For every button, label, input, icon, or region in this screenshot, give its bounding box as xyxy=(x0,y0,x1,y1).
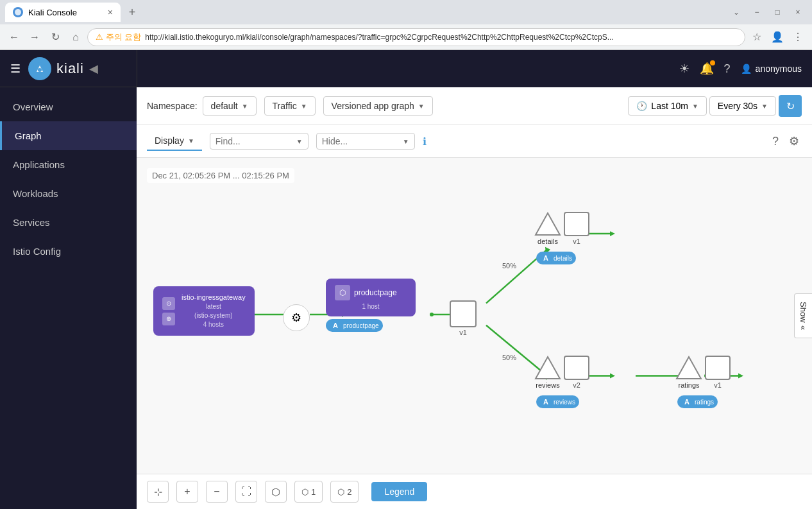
home-btn[interactable]: ⌂ xyxy=(67,28,85,46)
namespace-value: default xyxy=(211,101,238,111)
details-badge-label: details xyxy=(554,255,572,262)
svg-marker-26 xyxy=(738,374,743,379)
sidebar: ☰ kiali ◀ Overview Graph xyxy=(0,50,137,509)
graph-type-selector: Versioned app graph ▼ xyxy=(323,96,433,116)
details-node[interactable]: details v1 xyxy=(534,212,589,245)
productpage-v1-node[interactable]: v1 xyxy=(450,300,477,336)
back-btn[interactable]: ← xyxy=(5,28,23,46)
display-dropdown[interactable]: Display ▼ xyxy=(147,132,202,151)
menu-icon[interactable]: ⋮ xyxy=(789,28,807,46)
chevron-down-icon: ▼ xyxy=(242,103,248,110)
kiali-icon xyxy=(28,57,51,80)
sidebar-item-overview[interactable]: Overview xyxy=(0,92,137,121)
sidebar-item-applications[interactable]: Applications xyxy=(0,150,137,179)
fit-graph-btn[interactable]: ⊹ xyxy=(147,481,169,503)
reviews-app-badge: A reviews xyxy=(536,395,579,408)
svg-marker-21 xyxy=(610,374,615,379)
layout-1-label: 1 xyxy=(311,487,316,497)
hide-input-group: ▼ xyxy=(316,133,415,150)
traffic-selector: Traffic ▼ xyxy=(264,96,316,116)
tab-favicon xyxy=(13,7,23,17)
graph-layout-icon: ⬡ xyxy=(271,486,280,498)
maximize-btn[interactable]: □ xyxy=(768,3,786,21)
reviews-triangle-icon xyxy=(534,356,561,380)
svg-marker-28 xyxy=(536,357,560,379)
find-dropdown-icon[interactable]: ▼ xyxy=(296,138,303,145)
hide-input[interactable] xyxy=(322,136,399,146)
gateway-link-icon: ⊕ xyxy=(162,313,175,325)
gear-node[interactable]: ⚙ xyxy=(283,304,310,331)
reviews-badge-label: reviews xyxy=(554,399,575,406)
graph-type-dropdown[interactable]: Versioned app graph ▼ xyxy=(323,96,433,116)
svg-text:50%: 50% xyxy=(502,262,516,270)
svg-point-2 xyxy=(38,68,42,72)
legend-button[interactable]: Legend xyxy=(371,482,427,501)
hide-dropdown-icon[interactable]: ▼ xyxy=(403,138,409,145)
zoom-in-btn[interactable]: + xyxy=(176,481,198,503)
theme-toggle-icon[interactable]: ☀ xyxy=(679,62,689,76)
layout-2-btn[interactable]: ⬡ 2 xyxy=(330,481,359,503)
time-range-dropdown[interactable]: 🕐 Last 10m ▼ xyxy=(628,96,707,116)
hamburger-menu[interactable]: ☰ xyxy=(10,62,21,76)
sidebar-item-services[interactable]: Services xyxy=(0,208,137,237)
username-label: anonymous xyxy=(756,64,802,74)
sidebar-item-workloads[interactable]: Workloads xyxy=(0,179,137,208)
gateway-title: istio-ingressgateway xyxy=(182,293,246,302)
svg-point-0 xyxy=(15,9,21,15)
browser-tab[interactable]: Kiali Console × xyxy=(5,3,121,22)
sidebar-item-istio-config[interactable]: Istio Config xyxy=(0,237,137,266)
details-v1-box xyxy=(564,212,589,236)
profile-icon[interactable]: 👤 xyxy=(768,28,786,46)
help-graph-btn[interactable]: ? xyxy=(770,132,781,151)
main-toolbar: Namespace: default ▼ Traffic ▼ Versioned… xyxy=(137,87,812,125)
nav-actions: ☆ 👤 ⋮ xyxy=(748,28,807,46)
display-label: Display xyxy=(155,135,184,146)
graph-timestamp: Dec 21, 02:05:26 PM ... 02:15:26 PM xyxy=(147,168,294,183)
close-window-btn[interactable]: × xyxy=(789,3,807,21)
zoom-out-btn[interactable]: − xyxy=(206,481,228,503)
productpage-node[interactable]: ⬡ productpage 1 host A productpage xyxy=(326,279,416,332)
help-icon[interactable]: ? xyxy=(724,62,731,76)
refresh-button[interactable]: ↻ xyxy=(779,95,802,117)
show-panel[interactable]: Show « xyxy=(794,293,812,338)
notification-bell-icon[interactable]: 🔔 xyxy=(700,62,714,76)
namespace-dropdown[interactable]: default ▼ xyxy=(203,96,257,116)
address-bar[interactable]: ⚠ 주의 요함 http://kiali.istio.thekoguryo.ml… xyxy=(87,28,745,46)
user-menu[interactable]: 👤 anonymous xyxy=(741,64,802,74)
find-input-group: ▼ xyxy=(210,133,309,150)
sidebar-item-graph[interactable]: Graph xyxy=(0,121,137,150)
details-app-badge: A details xyxy=(536,252,576,264)
productpage-header: ⬡ productpage xyxy=(335,285,407,300)
sidebar-item-label: Applications xyxy=(13,159,65,170)
forward-btn[interactable]: → xyxy=(26,28,44,46)
details-label: details xyxy=(537,237,558,245)
graph-settings-btn[interactable]: ⚙ xyxy=(786,132,802,151)
info-icon[interactable]: ℹ xyxy=(423,135,427,148)
sidebar-item-label: Workloads xyxy=(13,188,58,199)
sidebar-item-label: Graph xyxy=(15,130,42,141)
productpage-box: ⬡ productpage 1 host xyxy=(326,279,416,316)
tab-more-btn[interactable]: ⌄ xyxy=(727,3,745,21)
new-tab-btn[interactable]: + xyxy=(123,3,141,21)
reload-btn[interactable]: ↻ xyxy=(46,28,64,46)
expand-graph-btn[interactable]: ⛶ xyxy=(235,481,257,503)
sidebar-toggle-icon[interactable]: ◀ xyxy=(89,62,98,76)
chevron-down-icon: ▼ xyxy=(418,103,425,110)
find-input[interactable] xyxy=(216,136,292,146)
ratings-badge-label: ratings xyxy=(695,399,714,406)
tab-close-btn[interactable]: × xyxy=(108,7,113,17)
refresh-interval-dropdown[interactable]: Every 30s ▼ xyxy=(709,96,776,116)
graph-layout-btn[interactable]: ⬡ xyxy=(265,481,287,503)
bookmark-icon[interactable]: ☆ xyxy=(748,28,766,46)
traffic-dropdown[interactable]: Traffic ▼ xyxy=(264,96,316,116)
v1-label: v1 xyxy=(459,329,467,336)
reviews-v2-box xyxy=(564,356,589,380)
ratings-node[interactable]: ratings v1 xyxy=(675,356,731,389)
layout-1-btn[interactable]: ⬡ 1 xyxy=(294,481,323,503)
ratings-app-badge: A ratings xyxy=(677,395,718,408)
browser-chrome: Kiali Console × + ⌄ − □ × ← → ↻ ⌂ ⚠ 주의 요… xyxy=(0,0,812,50)
reviews-node[interactable]: reviews v2 xyxy=(534,356,589,389)
minimize-btn[interactable]: − xyxy=(748,3,766,21)
ratings-tri-node: ratings xyxy=(675,356,702,389)
gateway-node[interactable]: ⊙ ⊕ istio-ingressgateway latest (istio-s… xyxy=(153,286,255,336)
